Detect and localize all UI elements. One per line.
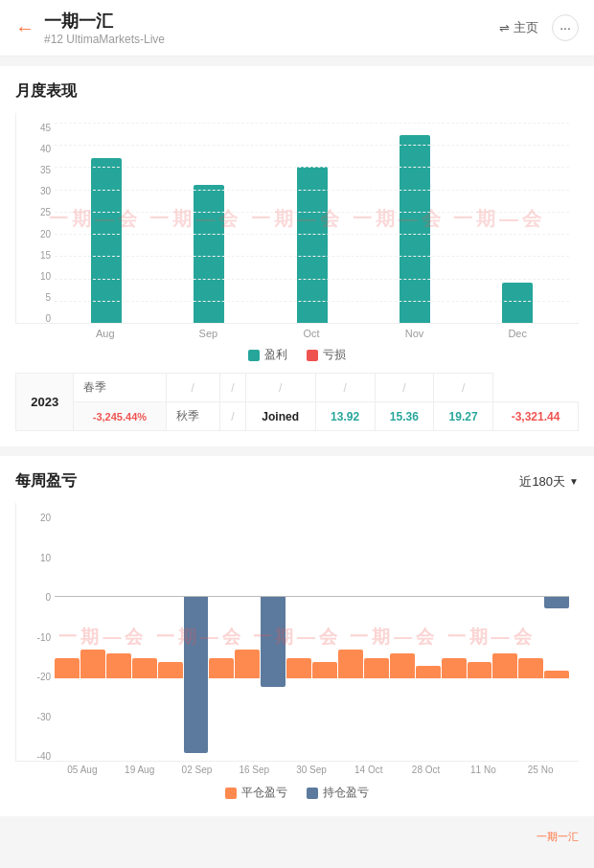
bar-group-dec bbox=[467, 123, 569, 323]
wx-sep02: 02 Sep bbox=[169, 762, 226, 775]
more-button[interactable]: ··· bbox=[552, 14, 579, 41]
legend-profit-dot bbox=[248, 350, 260, 361]
bar-group-nov bbox=[363, 123, 466, 323]
weekly-bar-chart: 20 10 0 -10 -20 -30 -40 bbox=[15, 503, 579, 762]
bottom-brand: 一期一汇 bbox=[0, 826, 594, 852]
weekly-bar-9 bbox=[261, 513, 286, 762]
y-label-10: 10 bbox=[16, 271, 51, 282]
x-label-aug: Aug bbox=[54, 324, 157, 339]
weekly-y-axis: 20 10 0 -10 -20 -30 -40 bbox=[16, 513, 51, 762]
bar-group-sep bbox=[157, 123, 260, 323]
weekly-title: 每周盈亏 bbox=[15, 471, 77, 491]
wx-sep30: 30 Sep bbox=[283, 762, 340, 775]
y-label-0: 0 bbox=[16, 313, 51, 324]
y-label-35: 35 bbox=[16, 165, 51, 175]
wy-10: 10 bbox=[16, 553, 51, 563]
spring-q5: / bbox=[375, 374, 434, 402]
weekly-x-labels: 05 Aug 19 Aug 02 Sep 16 Sep 30 Sep 14 Oc… bbox=[15, 762, 579, 775]
bar-group-oct bbox=[261, 123, 363, 323]
monthly-y-axis: 45 40 35 30 25 20 15 10 5 0 bbox=[16, 123, 51, 324]
weekly-section: 每周盈亏 近180天 ▼ 20 10 0 -10 -20 -30 -40 bbox=[0, 456, 594, 816]
legend-hold: 持仓盈亏 bbox=[307, 785, 369, 801]
weekly-bar-17 bbox=[468, 513, 492, 762]
zero-line bbox=[55, 596, 569, 597]
y-label-45: 45 bbox=[16, 123, 51, 133]
home-icon: ⇌ bbox=[499, 21, 510, 35]
y-label-5: 5 bbox=[16, 292, 51, 303]
spring-label: 春季 bbox=[74, 374, 166, 402]
weekly-dropdown-label: 近180天 bbox=[519, 473, 565, 491]
y-label-40: 40 bbox=[16, 144, 51, 154]
monthly-title: 月度表现 bbox=[15, 81, 77, 102]
bar-dec-profit bbox=[502, 283, 533, 323]
autumn-q5: 19.27 bbox=[434, 402, 493, 431]
bar-aug-profit bbox=[91, 158, 122, 323]
weekly-bar-20 bbox=[544, 513, 569, 762]
perf-row-header: 2023 春季 / / / / / / bbox=[16, 374, 579, 402]
autumn-q1: / bbox=[219, 402, 245, 431]
weekly-bar-18 bbox=[492, 513, 517, 762]
page-title: 一期一汇 bbox=[44, 10, 165, 33]
monthly-bar-chart: 45 40 35 30 25 20 15 10 5 0 bbox=[15, 113, 579, 324]
y-label-25: 25 bbox=[16, 207, 51, 217]
weekly-bar-19 bbox=[518, 513, 543, 762]
autumn-joined: Joined bbox=[245, 402, 315, 431]
weekly-bar-4 bbox=[132, 513, 157, 762]
wy-n40: -40 bbox=[16, 751, 51, 762]
autumn-q4: 15.36 bbox=[375, 402, 434, 431]
weekly-bar-7 bbox=[209, 513, 234, 762]
header: ← 一期一汇 #12 UltimaMarkets-Live ⇌ 主页 ··· bbox=[0, 0, 594, 57]
header-title-block: 一期一汇 #12 UltimaMarkets-Live bbox=[44, 10, 165, 46]
legend-hold-label: 持仓盈亏 bbox=[323, 785, 369, 801]
legend-flat: 平仓盈亏 bbox=[225, 785, 287, 801]
spring-q3: / bbox=[245, 374, 315, 402]
x-label-dec: Dec bbox=[466, 324, 569, 339]
back-button[interactable]: ← bbox=[15, 17, 34, 39]
legend-loss-dot bbox=[307, 350, 318, 361]
legend-hold-dot bbox=[307, 788, 318, 799]
weekly-bar-5 bbox=[158, 513, 183, 762]
legend-profit: 盈利 bbox=[248, 347, 287, 363]
wy-0: 0 bbox=[16, 592, 51, 603]
monthly-section: 月度表现 45 40 35 30 25 20 15 10 5 0 bbox=[0, 66, 594, 446]
weekly-bar-8 bbox=[235, 513, 260, 762]
legend-flat-dot bbox=[225, 788, 237, 799]
wy-n20: -20 bbox=[16, 672, 51, 682]
legend-loss: 亏损 bbox=[307, 347, 346, 363]
home-link[interactable]: ⇌ 主页 bbox=[499, 19, 538, 36]
wx-aug05: 05 Aug bbox=[54, 762, 111, 775]
spring-q4: / bbox=[315, 374, 375, 402]
bar-group-aug bbox=[55, 123, 157, 323]
wx-nov25: 25 No bbox=[512, 762, 569, 775]
weekly-dropdown[interactable]: 近180天 ▼ bbox=[519, 473, 579, 491]
header-left: ← 一期一汇 #12 UltimaMarkets-Live bbox=[15, 10, 165, 46]
weekly-legend: 平仓盈亏 持仓盈亏 bbox=[15, 785, 579, 801]
x-label-sep: Sep bbox=[157, 324, 261, 339]
monthly-chart-wrapper: 45 40 35 30 25 20 15 10 5 0 bbox=[15, 113, 579, 363]
bar-nov-profit bbox=[400, 135, 430, 323]
chevron-down-icon: ▼ bbox=[569, 476, 579, 487]
page-subtitle: #12 UltimaMarkets-Live bbox=[44, 33, 165, 46]
y-label-20: 20 bbox=[16, 229, 51, 240]
bar-sep-profit bbox=[194, 185, 224, 323]
bar-oct-profit bbox=[297, 167, 328, 323]
spring-q1: / bbox=[166, 374, 219, 402]
weekly-bar-11 bbox=[312, 513, 337, 762]
wx-oct28: 28 Oct bbox=[398, 762, 455, 775]
weekly-bar-16 bbox=[442, 513, 467, 762]
home-label: 主页 bbox=[514, 19, 538, 36]
spring-q6: / bbox=[434, 374, 493, 402]
spring-q2: / bbox=[219, 374, 245, 402]
x-label-nov: Nov bbox=[363, 324, 467, 339]
weekly-bars-container bbox=[55, 513, 569, 762]
weekly-bar-1 bbox=[55, 513, 80, 762]
wy-n30: -30 bbox=[16, 712, 51, 722]
weekly-bar-13 bbox=[364, 513, 389, 762]
x-label-oct: Oct bbox=[260, 324, 363, 339]
header-right: ⇌ 主页 ··· bbox=[499, 14, 579, 41]
y-label-30: 30 bbox=[16, 186, 51, 196]
weekly-bar-3 bbox=[106, 513, 131, 762]
legend-profit-label: 盈利 bbox=[264, 347, 287, 363]
wx-sep16: 16 Sep bbox=[225, 762, 283, 775]
wx-aug19: 19 Aug bbox=[111, 762, 169, 775]
